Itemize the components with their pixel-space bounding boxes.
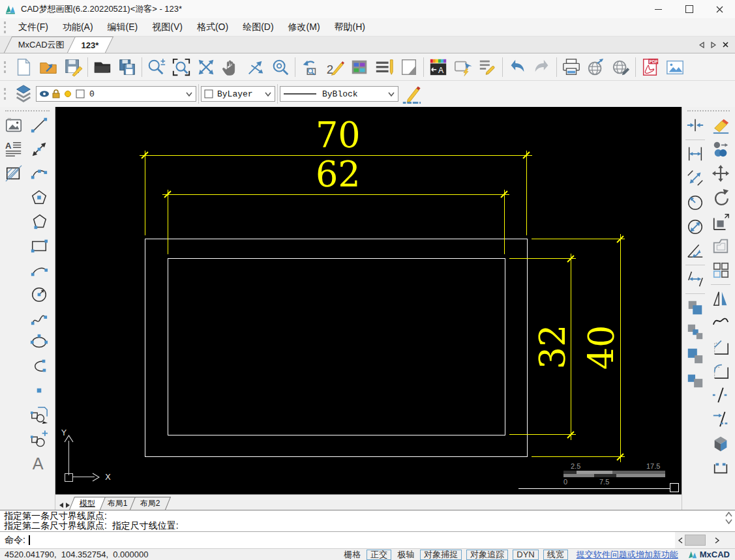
dim-aligned-button[interactable]	[683, 166, 707, 190]
zoom-previous-button[interactable]	[298, 55, 322, 80]
insert-block-button[interactable]	[27, 403, 51, 426]
paste-clip-button[interactable]	[683, 344, 707, 368]
menu-draw[interactable]: 绘图(D)	[235, 20, 280, 35]
create-block-button[interactable]	[27, 427, 51, 450]
scroll-up-icon[interactable]	[725, 512, 732, 517]
open-folder-button[interactable]	[91, 55, 114, 80]
color-palette-button[interactable]	[348, 55, 371, 80]
insert-image-button[interactable]	[2, 113, 25, 137]
drawing-canvas[interactable]: 70 62 32 40 Y X 2.5 17.5 0	[55, 107, 682, 494]
linetype-combobox[interactable]: ByBlock	[280, 86, 398, 102]
construction-line-button[interactable]	[27, 138, 51, 161]
multiline-text-button[interactable]: A	[2, 138, 25, 161]
fillet-button[interactable]	[709, 359, 732, 383]
zoom-extents-button[interactable]	[194, 55, 218, 80]
tab-close-icon[interactable]	[723, 42, 728, 48]
array-button[interactable]	[709, 258, 732, 282]
toggle-otrack[interactable]: 对象追踪	[466, 550, 508, 560]
menu-grip[interactable]	[4, 22, 6, 33]
mirror-button[interactable]	[709, 287, 732, 310]
tab-current-drawing[interactable]: 123*	[67, 37, 113, 53]
chevron-down-icon[interactable]	[264, 90, 272, 98]
toggle-ortho[interactable]: 正交	[367, 550, 391, 560]
dim-snap-button[interactable]	[683, 113, 707, 137]
elliptical-arc-button[interactable]	[27, 355, 51, 378]
hscroll-right-icon[interactable]	[715, 537, 720, 544]
hscroll-thumb[interactable]	[685, 535, 706, 546]
sketch-button[interactable]: 2	[323, 55, 346, 80]
save-button[interactable]	[61, 55, 85, 80]
layout-tab-2[interactable]: 布局2	[130, 497, 171, 510]
dim-linear-button[interactable]	[683, 142, 707, 166]
tab-scroll-right-icon[interactable]	[711, 42, 716, 48]
layout-page-button[interactable]	[397, 55, 421, 80]
rectangle-button[interactable]	[27, 234, 51, 258]
menu-format[interactable]: 格式(O)	[190, 20, 235, 35]
scroll-down-icon[interactable]	[725, 519, 732, 524]
command-input[interactable]: 命令:	[0, 531, 735, 548]
arc-button[interactable]	[27, 162, 51, 185]
panel-grip[interactable]	[687, 110, 730, 111]
undo-button[interactable]	[505, 55, 529, 80]
dim-diameter-button[interactable]	[683, 214, 707, 238]
offset-button[interactable]	[709, 234, 732, 258]
rotate-button[interactable]	[709, 186, 732, 209]
properties-grip[interactable]	[4, 88, 6, 100]
match-properties-button[interactable]	[476, 55, 500, 80]
menu-function[interactable]: 功能(A)	[55, 20, 100, 35]
toggle-lineweight[interactable]: 线宽	[543, 550, 568, 560]
export-pdf-button[interactable]: PDF	[638, 55, 662, 80]
layers-button[interactable]	[12, 81, 35, 106]
zoom-inout-button[interactable]	[145, 55, 168, 80]
menu-file[interactable]: 文件(F)	[11, 20, 55, 35]
toolbar-grip[interactable]	[4, 61, 6, 73]
export-image-button[interactable]	[663, 55, 687, 80]
copy-button[interactable]	[709, 138, 732, 161]
arc-3point-button[interactable]	[27, 258, 51, 282]
explode-button[interactable]	[709, 432, 732, 455]
scale-button[interactable]	[709, 210, 732, 233]
close-button[interactable]	[704, 0, 735, 18]
dim-radius-button[interactable]	[683, 190, 707, 214]
layout-tab-model[interactable]: 模型	[69, 497, 106, 510]
zoom-window-button[interactable]	[170, 55, 193, 80]
new-file-button[interactable]	[12, 55, 35, 80]
circle-button[interactable]	[27, 282, 51, 306]
copy-clip-button[interactable]	[683, 296, 707, 319]
viewport-resize-handle[interactable]	[670, 483, 679, 492]
command-history[interactable]: 指定第一条尺寸界线原点: 指定第二条尺寸界线原点: 指定尺寸线位置:	[0, 510, 735, 531]
toggle-polar[interactable]: 极轴	[396, 549, 415, 560]
edit-web-button[interactable]	[609, 55, 633, 80]
minimize-button[interactable]	[643, 0, 674, 18]
point-button[interactable]	[27, 379, 51, 402]
break-at-point-button[interactable]	[709, 407, 732, 431]
menu-view[interactable]: 视图(V)	[145, 20, 190, 35]
publish-web-button[interactable]	[584, 55, 608, 80]
dim-angular-button[interactable]	[683, 239, 707, 262]
layer-combobox[interactable]: 0	[36, 86, 196, 102]
menu-edit[interactable]: 编辑(E)	[100, 20, 145, 35]
polygon-button[interactable]	[27, 186, 51, 209]
save-all-button[interactable]	[115, 55, 139, 80]
hatch-button[interactable]	[2, 162, 25, 185]
spline-edit-button[interactable]	[709, 311, 732, 334]
break-button[interactable]	[709, 383, 732, 407]
chevron-down-icon[interactable]	[185, 90, 193, 98]
print-button[interactable]	[560, 55, 583, 80]
chevron-down-icon[interactable]	[387, 90, 395, 98]
redo-button[interactable]	[530, 55, 554, 80]
select-button[interactable]	[451, 55, 475, 80]
open-drawing-button[interactable]	[37, 55, 60, 80]
tab-scroll-left-icon[interactable]	[699, 42, 704, 48]
menu-modify[interactable]: 修改(M)	[281, 20, 327, 35]
hscroll-left-icon[interactable]	[678, 537, 683, 544]
dynamic-axes-button[interactable]	[244, 55, 267, 80]
single-text-button[interactable]: A	[27, 451, 51, 475]
color-combobox[interactable]: ByLayer	[201, 86, 275, 102]
layout-scroll-left-icon[interactable]	[58, 502, 64, 508]
paste-block-button[interactable]	[683, 368, 707, 392]
feedback-link[interactable]: 提交软件问题或增加新功能	[577, 549, 678, 560]
command-hscrollbar[interactable]	[675, 532, 735, 548]
pan-button[interactable]	[219, 55, 243, 80]
line-button[interactable]	[27, 113, 51, 137]
